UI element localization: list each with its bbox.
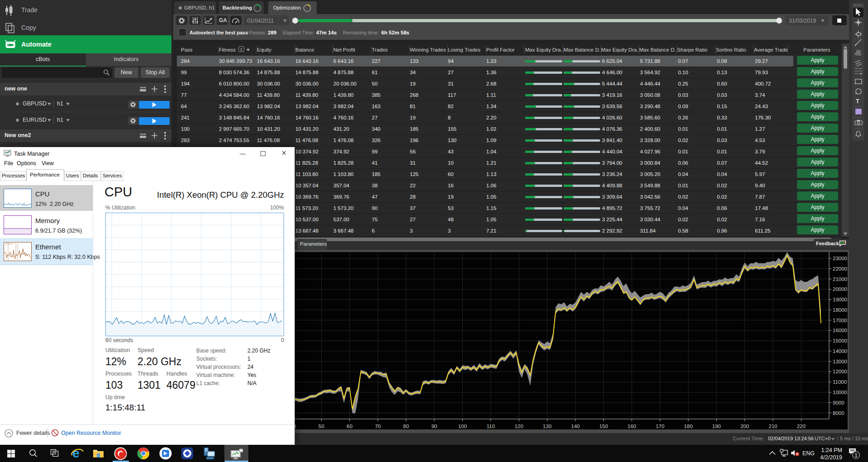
svg-text:60: 60	[347, 424, 353, 429]
svg-text:13000: 13000	[833, 359, 847, 364]
svg-text:e: e	[72, 446, 80, 460]
svg-text:130: 130	[543, 424, 551, 429]
svg-text:80: 80	[403, 424, 409, 429]
svg-text:17000: 17000	[833, 318, 847, 323]
svg-text:70: 70	[375, 424, 381, 429]
svg-text:9000: 9000	[833, 400, 844, 405]
svg-text:21000: 21000	[833, 276, 847, 282]
svg-text:140: 140	[571, 424, 580, 429]
svg-text:180: 180	[684, 424, 693, 429]
svg-text:11000: 11000	[833, 379, 847, 385]
svg-text:170: 170	[656, 424, 664, 429]
svg-text:90: 90	[432, 424, 437, 429]
svg-text:100: 100	[458, 424, 467, 429]
svg-text:12000: 12000	[833, 369, 847, 374]
svg-text:150: 150	[599, 424, 608, 429]
svg-text:110: 110	[487, 424, 495, 429]
svg-text:18000: 18000	[833, 307, 847, 313]
svg-text:10000: 10000	[833, 390, 847, 395]
svg-text:220: 220	[797, 424, 806, 429]
svg-text:15000: 15000	[833, 338, 847, 343]
svg-text:E: E	[859, 53, 862, 56]
svg-text:8000: 8000	[833, 410, 844, 416]
svg-text:F: F	[860, 72, 862, 75]
svg-text:14000: 14000	[833, 348, 847, 354]
svg-text:190: 190	[712, 424, 721, 429]
svg-text:160: 160	[627, 424, 636, 429]
svg-text:20000: 20000	[833, 286, 847, 292]
svg-text:16000: 16000	[833, 328, 847, 333]
svg-text:50: 50	[318, 424, 324, 429]
svg-text:19000: 19000	[833, 297, 847, 302]
svg-text:120: 120	[515, 424, 523, 429]
svg-text:210: 210	[768, 424, 777, 429]
svg-text:23000: 23000	[833, 256, 847, 261]
svg-text:200: 200	[740, 424, 749, 429]
svg-text:22000: 22000	[833, 266, 847, 271]
